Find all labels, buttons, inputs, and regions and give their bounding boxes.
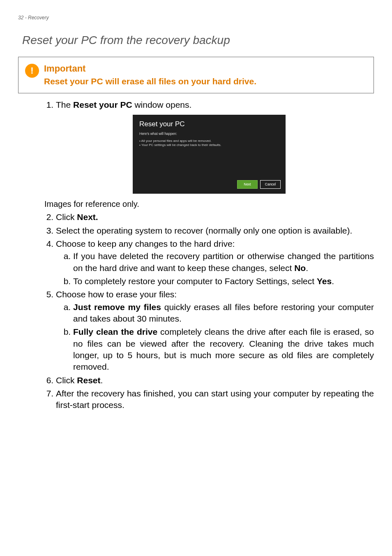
step-4-sublist: If you have deleted the recovery partiti… (56, 250, 374, 287)
step-text: Choose how to erase your files: (56, 290, 177, 299)
step-bold: Just remove my files (73, 302, 161, 312)
reset-pc-dialog: Reset your PC Here's what will happen: •… (133, 115, 286, 194)
step-text: The (56, 100, 73, 109)
step-text: Choose to keep any changes to the hard d… (56, 239, 235, 248)
important-callout: ! Important Reset your PC will erase all… (18, 57, 374, 93)
images-reference-note: Images for reference only. (44, 199, 374, 210)
step-6: Click Reset. (56, 375, 374, 386)
cancel-button[interactable]: Cancel (260, 180, 281, 189)
section-title: Reset your PC from the recovery backup (22, 34, 374, 47)
main-steps-list: The Reset your PC window opens. (44, 99, 374, 111)
step-bold: Reset your PC (73, 100, 132, 109)
step-text: . (101, 375, 103, 385)
step-5a: Just remove my files quickly erases all … (73, 301, 374, 325)
callout-title: Important (44, 63, 367, 75)
step-text: If you have deleted the recovery partiti… (73, 251, 374, 272)
dialog-buttons: Next Cancel (237, 180, 281, 189)
dialog-bullet: • All your personal files and apps will … (139, 139, 280, 144)
step-2: Click Next. (56, 211, 374, 223)
step-bold: Fully clean the drive (73, 327, 157, 336)
step-4a: If you have deleted the recovery partiti… (73, 250, 374, 274)
dialog-bullets: • All your personal files and apps will … (139, 139, 280, 148)
next-button[interactable]: Next (237, 180, 258, 189)
step-4b: To completely restore your computer to F… (73, 276, 374, 287)
step-4: Choose to keep any changes to the hard d… (56, 238, 374, 287)
step-5: Choose how to erase your files: Just rem… (56, 289, 374, 373)
dialog-title: Reset your PC (139, 120, 280, 129)
main-steps-list-cont: Click Next. Select the operating system … (44, 211, 374, 411)
step-text: . (306, 263, 308, 273)
step-text: window opens. (132, 100, 192, 109)
step-5b: Fully clean the drive completely cleans … (73, 326, 374, 373)
step-text: Select the operating system to recover (… (56, 226, 352, 235)
content: The Reset your PC window opens. Reset yo… (18, 99, 374, 411)
callout-body: Reset your PC will erase all files on yo… (44, 76, 367, 87)
document-page: 32 - Recovery Reset your PC from the rec… (0, 0, 392, 556)
step-1: The Reset your PC window opens. (56, 99, 374, 111)
dialog-subtitle: Here's what will happen: (139, 132, 280, 136)
step-text: . (332, 276, 334, 286)
step-bold: No (294, 263, 306, 273)
step-text: To completely restore your computer to F… (73, 276, 317, 286)
step-text: After the recovery has finished, you can… (56, 389, 374, 410)
step-text: Click (56, 375, 77, 385)
callout-text: Important Reset your PC will erase all f… (44, 63, 367, 87)
step-bold: Yes (317, 276, 332, 286)
step-3: Select the operating system to recover (… (56, 225, 374, 236)
step-text: Click (56, 212, 77, 222)
step-bold: Next. (77, 212, 98, 222)
step-7: After the recovery has finished, you can… (56, 388, 374, 411)
figure-wrap: Reset your PC Here's what will happen: •… (44, 115, 374, 194)
step-5-sublist: Just remove my files quickly erases all … (56, 301, 374, 373)
dialog-bullet: • Your PC settings will be changed back … (139, 143, 280, 148)
page-header: 32 - Recovery (18, 15, 374, 21)
warning-icon: ! (25, 64, 39, 78)
step-bold: Reset (77, 375, 100, 385)
